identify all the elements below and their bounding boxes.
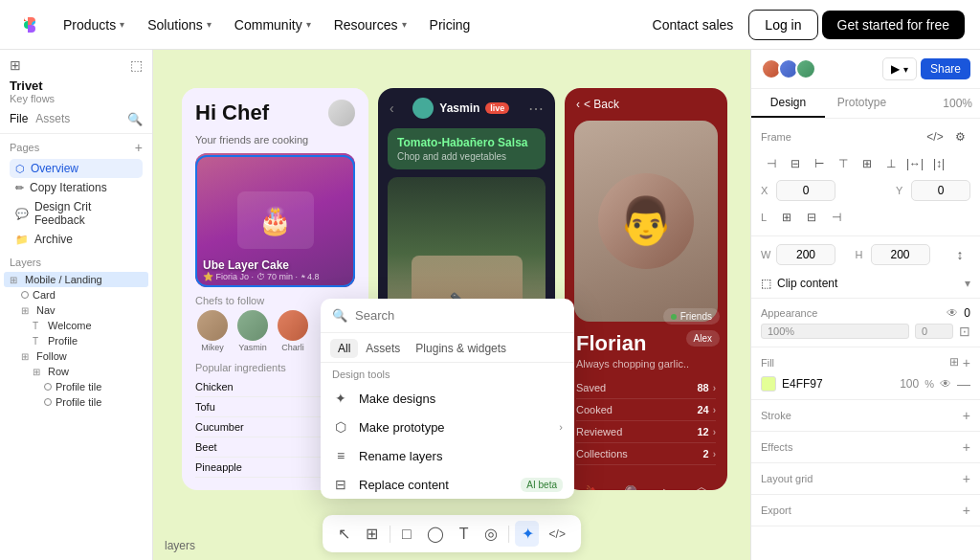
nav-resources[interactable]: Resources ▾ (324, 11, 416, 38)
toolbar-text[interactable]: T (454, 522, 475, 547)
add-page-button[interactable]: + (135, 140, 143, 155)
stroke-add-icon[interactable]: + (963, 408, 970, 423)
layer-profile[interactable]: T Profile (4, 333, 148, 348)
project-name[interactable]: Trivet (10, 78, 143, 93)
rs-share-button[interactable]: Share (921, 58, 970, 79)
nav-community[interactable]: Community ▾ (225, 11, 321, 38)
layer-profile-tile-1[interactable]: Profile tile (4, 379, 148, 394)
dropdown-make-designs[interactable]: ✦ Make designs (321, 384, 574, 413)
tab-prototype[interactable]: Prototype (825, 89, 899, 118)
eye-icon[interactable]: 👁 (947, 306, 958, 320)
y-input[interactable] (911, 180, 970, 201)
play-chevron: ▾ (903, 64, 908, 75)
layer-card[interactable]: Card (4, 287, 148, 302)
toolbar-shape[interactable]: □ (396, 522, 417, 547)
frame3-stats: Saved 88 › Cooked 24 › (565, 370, 727, 473)
distribute-v-icon[interactable]: |↕| (928, 153, 949, 174)
frame2-more-icon: ⋯ (528, 100, 544, 118)
layer-welcome[interactable]: T Welcome (4, 318, 148, 333)
h-input[interactable] (871, 244, 930, 265)
effects-add-icon[interactable]: + (963, 439, 970, 455)
rs-l-icon3[interactable]: ⊣ (826, 207, 847, 228)
align-center-h-icon[interactable]: ⊟ (785, 153, 806, 174)
toolbar-select[interactable]: ↖ (332, 521, 356, 547)
dropdown-tab-all[interactable]: All (330, 339, 358, 358)
align-right-icon[interactable]: ⊢ (809, 153, 830, 174)
frame-florian[interactable]: ‹ < Back 👨 Florian Always chopping garli… (565, 88, 727, 490)
resources-chevron-icon: ▾ (402, 19, 407, 30)
get-started-button[interactable]: Get started for free (822, 11, 966, 39)
fill-color-swatch[interactable] (761, 376, 776, 392)
toolbar-component[interactable]: ◎ (479, 521, 503, 547)
frame3-play-icon: ▶ (663, 484, 675, 490)
tab-file[interactable]: File (10, 112, 28, 125)
grid-icon[interactable]: ⊞ (10, 57, 21, 73)
expand-icon[interactable]: ⊡ (959, 324, 970, 339)
tab-design[interactable]: Design (751, 89, 825, 118)
nav-pricing[interactable]: Pricing (420, 11, 480, 38)
nav-solutions[interactable]: Solutions ▾ (138, 11, 221, 38)
page-copy-iterations[interactable]: ✏ Copy Iterations (10, 178, 143, 197)
dropdown-search-input[interactable] (355, 308, 563, 323)
toolbar-frame[interactable]: ⊞ (360, 521, 384, 547)
toolbar-ai[interactable]: ✦ (516, 521, 540, 547)
stroke-title: Stroke + (761, 408, 970, 423)
align-left-icon[interactable]: ⊣ (761, 153, 782, 174)
rs-settings-icon[interactable]: ⚙ (949, 126, 970, 147)
page-design-crit[interactable]: 💬 Design Crit Feedback (10, 197, 143, 230)
layout-grid-title: Layout grid + (761, 471, 970, 486)
align-bottom-icon[interactable]: ⊥ (880, 153, 902, 174)
rs-play-button[interactable]: ▶ ▾ (882, 57, 917, 80)
layer-profile-tile-2[interactable]: Profile tile (4, 394, 148, 410)
rs-l-icon1[interactable]: ⊞ (776, 207, 797, 228)
rs-wh-area: W H ↕ ⬚ Clip content ▾ (761, 244, 970, 290)
rename-layers-icon: ≡ (332, 448, 349, 463)
dropdown-tab-assets[interactable]: Assets (358, 339, 408, 358)
fill-add-icon[interactable]: + (963, 355, 970, 370)
toolbar-pen[interactable]: ◯ (421, 521, 450, 547)
stat-chevron3-icon: › (713, 427, 716, 437)
layer-nav-icon: ⊞ (21, 305, 33, 316)
rs-code-icon[interactable]: </> (924, 126, 946, 147)
nav-products[interactable]: Products ▾ (54, 11, 134, 38)
align-top-icon[interactable]: ⊤ (833, 153, 854, 174)
clip-dropdown-icon[interactable]: ▾ (965, 277, 970, 290)
toolbar-code[interactable]: </> (544, 524, 571, 545)
page-archive[interactable]: 📁 Archive (10, 230, 143, 249)
rs-opacity-input[interactable]: 100% (761, 324, 909, 339)
search-icon[interactable]: 🔍 (127, 112, 143, 126)
layout-icon[interactable]: ⬚ (130, 57, 143, 73)
layer-row[interactable]: ⊞ Row (4, 364, 148, 379)
page-overview[interactable]: ⬡ Overview (10, 159, 143, 178)
dropdown-make-prototype[interactable]: ⬡ Make prototype › Francis (321, 413, 574, 441)
dropdown-tab-plugins[interactable]: Plugins & widgets (408, 339, 514, 358)
figma-logo[interactable] (15, 11, 42, 38)
fill-eye-icon[interactable]: 👁 (940, 377, 951, 391)
w-input[interactable] (776, 244, 835, 265)
rs-corner-input[interactable]: 0 (915, 324, 953, 339)
canvas-area[interactable]: Xi Hi Chef Your friends are cooking 🎂 (153, 50, 750, 560)
fill-remove-icon[interactable]: — (957, 376, 970, 392)
login-button[interactable]: Log in (748, 10, 817, 40)
rs-l-icon2[interactable]: ⊟ (801, 207, 822, 228)
tab-assets[interactable]: Assets (35, 112, 70, 125)
make-designs-label: Make designs (359, 392, 563, 406)
pages-label: Pages (10, 142, 39, 153)
x-input[interactable] (776, 180, 835, 201)
align-center-v-icon[interactable]: ⊞ (857, 153, 878, 174)
project-subtitle: Key flows (10, 93, 143, 104)
layout-grid-add-icon[interactable]: + (963, 471, 970, 486)
distribute-h-icon[interactable]: |↔| (904, 153, 925, 174)
fill-layout-icon[interactable]: ⊞ (949, 355, 959, 370)
dropdown-replace-content[interactable]: ⊟ Replace content AI beta (321, 470, 574, 499)
rs-zoom-value[interactable]: 100% (943, 97, 972, 110)
pages-section: Pages + ⬡ Overview ✏ Copy Iterations 💬 D… (0, 134, 152, 251)
layer-mobile-landing[interactable]: ⊞ Mobile / Landing (4, 272, 148, 287)
dropdown-rename-layers[interactable]: ≡ Rename layers (321, 441, 574, 470)
pages-header: Pages + (10, 140, 143, 155)
layer-nav[interactable]: ⊞ Nav (4, 302, 148, 318)
contact-sales-link[interactable]: Contact sales (641, 11, 746, 38)
layer-follow[interactable]: ⊞ Follow (4, 348, 148, 364)
constrain-icon[interactable]: ↕ (949, 244, 970, 265)
export-add-icon[interactable]: + (963, 503, 970, 518)
